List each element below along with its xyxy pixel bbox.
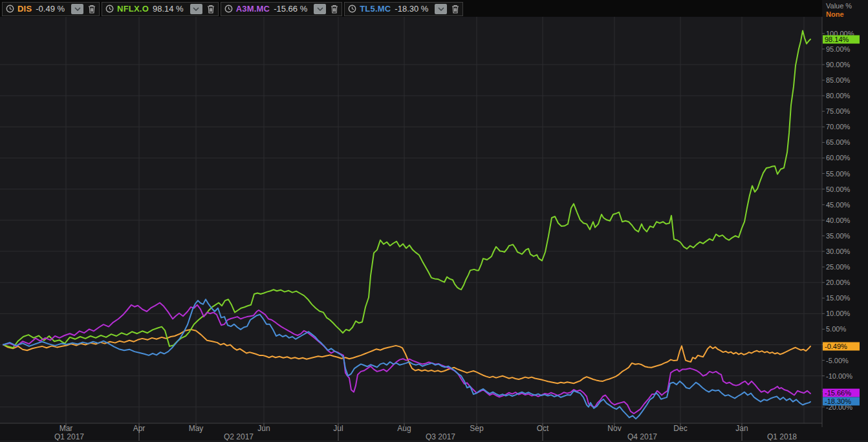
y-axis-subtitle[interactable]: None <box>826 10 844 18</box>
y-tick-label: 45.00% <box>826 201 850 209</box>
y-tick-label: 5.00% <box>826 325 846 333</box>
y-tick-label: 20.00% <box>826 279 850 286</box>
y-tick-label: 80.00% <box>826 92 850 100</box>
last-value-badge-DIS: -0.49% <box>823 342 860 350</box>
month-label: Mar <box>60 424 73 433</box>
month-label: Nov <box>607 424 621 433</box>
price-chart[interactable] <box>0 0 868 442</box>
chart-window: DIS -0.49 % NFLX.O 98.14 % A3M.MC -15.66… <box>0 0 868 442</box>
y-tick-label: 70.00% <box>826 123 850 131</box>
quarter-label: Q1 2018 <box>767 432 797 441</box>
y-tick-label: 60.00% <box>826 154 850 162</box>
month-label: Oct <box>537 424 549 433</box>
bottom-divider <box>0 441 868 441</box>
month-label: Jan <box>735 424 748 433</box>
y-tick-label: 50.00% <box>826 185 850 193</box>
y-tick-label: 10.00% <box>826 310 850 317</box>
y-tick-label: 15.00% <box>826 294 850 302</box>
last-value-badge-TL5.MC: -18.30% <box>823 397 860 406</box>
month-label: Apr <box>133 424 146 433</box>
quarter-label: Q1 2017 <box>54 432 84 441</box>
last-value-badge-NFLX.O: 98.14% <box>823 35 860 43</box>
y-tick-label: -10.00% <box>826 372 852 380</box>
month-label: Aug <box>397 424 411 433</box>
month-label: May <box>189 424 204 433</box>
y-tick-label: 90.00% <box>826 61 850 68</box>
series-line-DIS[interactable] <box>3 330 810 383</box>
y-tick-label: 35.00% <box>826 232 850 240</box>
y-tick-label: 25.00% <box>826 263 850 271</box>
y-tick-label: 55.00% <box>826 170 850 178</box>
y-tick-label: 95.00% <box>826 45 850 53</box>
quarter-label: Q4 2017 <box>627 432 657 441</box>
y-tick-label: 65.00% <box>826 138 850 146</box>
month-label: Dec <box>673 424 687 433</box>
month-label: Jul <box>333 424 343 433</box>
month-label: Jun <box>257 424 270 433</box>
y-tick-label: 30.00% <box>826 247 850 255</box>
y-tick-label: 75.00% <box>826 107 850 115</box>
y-tick-label: 85.00% <box>826 76 850 84</box>
quarter-label: Q2 2017 <box>224 432 254 441</box>
quarter-label: Q3 2017 <box>426 432 455 441</box>
series-line-TL5.MC[interactable] <box>3 299 810 419</box>
month-label: Sep <box>470 424 483 433</box>
y-axis-title: Value % <box>826 2 852 10</box>
y-tick-label: 40.00% <box>826 216 850 224</box>
y-tick-label: -5.00% <box>826 357 849 364</box>
last-value-badge-A3M.MC: -15.66% <box>823 388 860 397</box>
